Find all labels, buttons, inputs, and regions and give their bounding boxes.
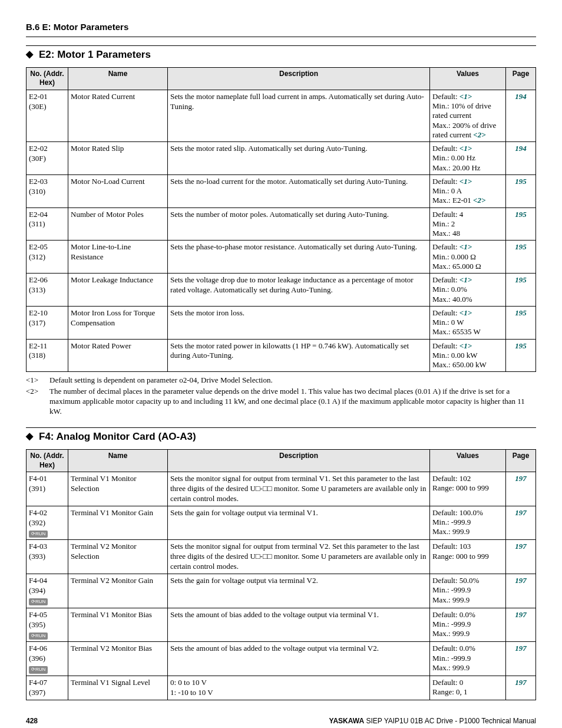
cell-name: Motor Leakage Inductance: [68, 274, 168, 307]
footnote-1: <1> Default setting is dependent on para…: [26, 375, 536, 386]
doc-name: SIEP YAIP1U 01B AC Drive - P1000 Technic…: [364, 717, 536, 725]
cell-no: F4-01(391): [27, 472, 68, 506]
diamond-icon: ◆: [26, 48, 33, 61]
cell-desc: Sets the motor rated slip. Automatically…: [168, 142, 430, 175]
cell-no: F4-05(395)⟳RUN: [27, 608, 68, 642]
cell-name: Terminal V1 Monitor Gain: [68, 506, 168, 540]
cell-desc: Sets the amount of bias added to the vol…: [168, 642, 430, 676]
section-f4-title: F4: Analog Monitor Card (AO-A3): [39, 430, 196, 443]
page-footer: 428 YASKAWA SIEP YAIP1U 01B AC Drive - P…: [26, 717, 536, 726]
cell-desc: 0: 0 to 10 V1: -10 to 10 V: [168, 676, 430, 700]
cell-name: Motor Rated Slip: [68, 142, 168, 175]
table-row: F4-07(397)Terminal V1 Signal Level0: 0 t…: [27, 676, 536, 700]
cell-no: E2-01(30E): [27, 90, 68, 141]
brand: YASKAWA: [329, 717, 364, 725]
cell-desc: Sets the motor iron loss.: [168, 306, 430, 339]
cell-page-ref[interactable]: 195: [506, 207, 536, 241]
cell-name: Terminal V2 Monitor Gain: [68, 574, 168, 608]
run-badge-icon: ⟳RUN: [29, 666, 48, 673]
cell-page-ref[interactable]: 197: [506, 642, 536, 676]
col-desc: Description: [168, 67, 430, 90]
footnotes: <1> Default setting is dependent on para…: [26, 375, 536, 417]
section-f4-heading: ◆ F4: Analog Monitor Card (AO-A3): [26, 427, 536, 443]
section-e2-title: E2: Motor 1 Parameters: [39, 48, 151, 61]
cell-no: F4-07(397): [27, 676, 68, 700]
cell-desc: Sets the motor nameplate full load curre…: [168, 90, 430, 141]
table-header-row: No. (Addr. Hex) Name Description Values …: [27, 67, 536, 90]
cell-page-ref[interactable]: 195: [506, 274, 536, 307]
cell-name: Terminal V1 Signal Level: [68, 676, 168, 700]
table-row: F4-03(393)Terminal V2 Monitor SelectionS…: [27, 540, 536, 574]
cell-page-ref[interactable]: 195: [506, 306, 536, 339]
table-row: F4-04(394)⟳RUNTerminal V2 Monitor GainSe…: [27, 574, 536, 608]
cell-desc: Sets the no-load current for the motor. …: [168, 174, 430, 207]
cell-name: Motor Iron Loss for Torque Compensation: [68, 306, 168, 339]
cell-page-ref[interactable]: 195: [506, 339, 536, 372]
table-row: E2-06(313)Motor Leakage InductanceSets t…: [27, 274, 536, 307]
diamond-icon: ◆: [26, 430, 33, 443]
cell-name: Number of Motor Poles: [68, 207, 168, 241]
cell-desc: Sets the phase-to-phase motor resistance…: [168, 241, 430, 274]
cell-no: F4-02(392)⟳RUN: [27, 506, 68, 540]
table-f4: No. (Addr. Hex) Name Description Values …: [26, 449, 536, 700]
page-number: 428: [26, 717, 38, 726]
cell-no: E2-02(30F): [27, 142, 68, 175]
cell-desc: Sets the motor rated power in kilowatts …: [168, 339, 430, 372]
cell-page-ref[interactable]: 194: [506, 90, 536, 141]
cell-no: E2-10(317): [27, 306, 68, 339]
table-row: F4-02(392)⟳RUNTerminal V1 Monitor GainSe…: [27, 506, 536, 540]
cell-desc: Sets the monitor signal for output from …: [168, 472, 430, 506]
table-e2: No. (Addr. Hex) Name Description Values …: [26, 67, 536, 373]
table-row: E2-11(318)Motor Rated PowerSets the moto…: [27, 339, 536, 372]
col-val: Values: [430, 67, 506, 90]
footnote-2: <2> The number of decimal places in the …: [26, 387, 536, 417]
cell-values: Default: <1>Min.: 0 WMax.: 65535 W: [430, 306, 506, 339]
cell-no: E2-11(318): [27, 339, 68, 372]
cell-page-ref[interactable]: 197: [506, 574, 536, 608]
col-val: Values: [430, 449, 506, 472]
doc-title: YASKAWA SIEP YAIP1U 01B AC Drive - P1000…: [329, 717, 536, 726]
cell-page-ref[interactable]: 197: [506, 506, 536, 540]
cell-page-ref[interactable]: 197: [506, 676, 536, 700]
run-badge-icon: ⟳RUN: [29, 598, 48, 605]
cell-desc: Sets the voltage drop due to motor leaka…: [168, 274, 430, 307]
col-name: Name: [68, 67, 168, 90]
cell-name: Motor No-Load Current: [68, 174, 168, 207]
cell-name: Motor Line-to-Line Resistance: [68, 241, 168, 274]
table-row: E2-05(312)Motor Line-to-Line ResistanceS…: [27, 241, 536, 274]
table-row: E2-03(310)Motor No-Load CurrentSets the …: [27, 174, 536, 207]
col-desc: Description: [168, 449, 430, 472]
cell-page-ref[interactable]: 197: [506, 472, 536, 506]
cell-values: Default: <1>Min.: 0 AMax.: E2-01 <2>: [430, 174, 506, 207]
table-header-row: No. (Addr. Hex) Name Description Values …: [27, 449, 536, 472]
run-badge-icon: ⟳RUN: [29, 633, 48, 640]
cell-values: Default: <1>Min.: 0.00 kWMax.: 650.00 kW: [430, 339, 506, 372]
cell-page-ref[interactable]: 197: [506, 608, 536, 642]
col-no: No. (Addr. Hex): [27, 449, 68, 472]
run-badge-icon: ⟳RUN: [29, 531, 48, 538]
footnote-2-text: The number of decimal places in the para…: [49, 387, 536, 417]
cell-desc: Sets the gain for voltage output via ter…: [168, 506, 430, 540]
cell-no: F4-03(393): [27, 540, 68, 574]
cell-page-ref[interactable]: 194: [506, 142, 536, 175]
cell-desc: Sets the gain for voltage output via ter…: [168, 574, 430, 608]
cell-values: Default: 100.0%Min.: -999.9Max.: 999.9: [430, 506, 506, 540]
cell-no: F4-04(394)⟳RUN: [27, 574, 68, 608]
cell-page-ref[interactable]: 197: [506, 540, 536, 574]
cell-page-ref[interactable]: 195: [506, 241, 536, 274]
col-page: Page: [506, 449, 536, 472]
cell-no: E2-04(311): [27, 207, 68, 241]
cell-page-ref[interactable]: 195: [506, 174, 536, 207]
table-row: E2-04(311)Number of Motor PolesSets the …: [27, 207, 536, 241]
table-row: F4-06(396)⟳RUNTerminal V2 Monitor BiasSe…: [27, 642, 536, 676]
col-no: No. (Addr. Hex): [27, 67, 68, 90]
col-page: Page: [506, 67, 536, 90]
cell-no: F4-06(396)⟳RUN: [27, 642, 68, 676]
table-row: E2-02(30F)Motor Rated SlipSets the motor…: [27, 142, 536, 175]
cell-values: Default: 0.0%Min.: -999.9Max.: 999.9: [430, 642, 506, 676]
cell-values: Default: <1>Min.: 10% of drive rated cur…: [430, 90, 506, 141]
cell-no: E2-05(312): [27, 241, 68, 274]
cell-desc: Sets the monitor signal for output from …: [168, 540, 430, 574]
cell-name: Terminal V1 Monitor Bias: [68, 608, 168, 642]
cell-name: Motor Rated Current: [68, 90, 168, 141]
